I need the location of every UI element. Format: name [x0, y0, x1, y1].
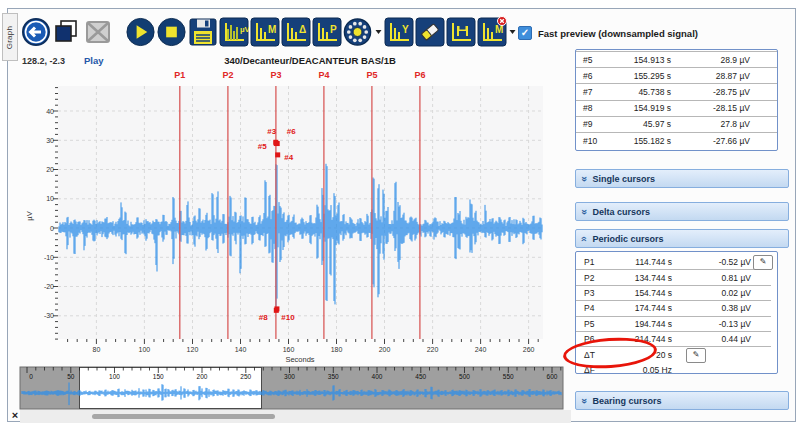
toolbar-dropdown-caret[interactable]	[507, 14, 517, 50]
waveform-chart[interactable]: 80100120140160180200220240260-30-20-1001…	[18, 61, 566, 413]
cursor-label: P1	[584, 257, 610, 267]
delta-cursor-tool-button[interactable]: Δ	[280, 14, 311, 50]
periodic-cursor-row[interactable]: P1 114.744 s -0.52 µV✎	[576, 255, 771, 270]
section-periodic-cursors[interactable]: » Periodic cursors	[575, 229, 789, 248]
x-tick-label: 220	[427, 346, 439, 353]
delta-t-row: ΔT 20 s ✎	[576, 348, 777, 362]
section-delta-cursors[interactable]: » Delta cursors	[575, 202, 789, 221]
x-tick-label: 100	[139, 346, 151, 353]
marker-time: 155.295 s	[611, 71, 671, 81]
marker-time: 154.919 s	[611, 103, 671, 113]
chevron-down-icon: »	[579, 398, 589, 404]
overview-tick-label: 550	[503, 373, 514, 380]
cursor-label: P5	[366, 70, 377, 80]
cursor-label: P6	[584, 334, 610, 344]
marker-table-row[interactable]: #9 45.97 s 27.8 µV	[576, 116, 777, 132]
marker-value: -27.66 µV	[671, 136, 750, 146]
overview-tick-label: 50	[67, 373, 75, 380]
marker-point[interactable]	[274, 141, 279, 146]
periodic-cursor-row[interactable]: P4 174.744 s 0.38 µV	[576, 301, 771, 316]
marker-label: #3	[267, 127, 276, 136]
y-tick-label: 10	[46, 195, 54, 202]
x-tick-label: 120	[187, 346, 199, 353]
fast-preview-checkbox[interactable]: ✓ Fast preview (downsampled signal)	[518, 26, 698, 40]
unit-spectrum-button[interactable]: µV	[218, 14, 249, 50]
delta-t-label: ΔT	[584, 350, 610, 360]
save-button[interactable]	[187, 14, 218, 50]
cursor-label: P4	[318, 70, 329, 80]
fast-preview-label: Fast preview (downsampled signal)	[538, 28, 698, 39]
marker-point[interactable]	[274, 306, 279, 311]
marker-id: #6	[583, 71, 611, 81]
marker-label: #8	[259, 313, 268, 322]
cursor-time: 154.744 s	[610, 288, 672, 298]
marker-table-row[interactable]: #5 154.913 s 28.9 µV	[576, 51, 777, 67]
section-delta-label: Delta cursors	[593, 207, 651, 217]
cursor-label: P2	[584, 273, 610, 283]
bearing-dropdown-caret[interactable]	[373, 14, 383, 50]
x-tick-label: 180	[331, 346, 343, 353]
marker-time: 155.182 s	[611, 136, 671, 146]
cursor-time: 134.744 s	[610, 273, 672, 283]
back-button[interactable]	[20, 14, 51, 50]
stop-button[interactable]	[156, 14, 187, 50]
horizontal-scrollbar[interactable]	[20, 410, 571, 423]
eraser-button[interactable]	[414, 14, 445, 50]
overview-visible-window[interactable]	[80, 368, 262, 409]
axis-scale-button[interactable]: Y	[383, 14, 414, 50]
marker-table-row[interactable]: #6 155.295 s 28.87 µV	[576, 67, 777, 83]
single-cursor-tool-button[interactable]: M	[249, 14, 280, 50]
y-tick-label: 40	[46, 108, 54, 115]
delta-f-value: 0.05 Hz	[610, 365, 672, 375]
periodic-cursor-tool-button[interactable]: P	[311, 14, 342, 50]
delta-f-label: ΔF	[584, 365, 610, 375]
tab-graph-label: Graph	[6, 25, 15, 49]
overview-tick-label: 500	[459, 373, 470, 380]
svg-text:M: M	[268, 24, 276, 35]
play-button[interactable]	[125, 14, 156, 50]
cursor-panel: #5 154.913 s 28.9 µV#6 155.295 s 28.87 µ…	[568, 47, 795, 419]
duplicate-view-button[interactable]	[51, 14, 82, 50]
delta-t-value: 20 s	[610, 350, 672, 360]
bearing-cursor-tool-button[interactable]	[342, 14, 373, 50]
cursor-label: P6	[414, 70, 425, 80]
y-tick-label: 30	[46, 137, 54, 144]
cursor-label: P3	[270, 70, 281, 80]
periodic-cursor-row[interactable]: P3 154.744 s 0.02 µV	[576, 286, 771, 301]
section-bearing-cursors[interactable]: » Bearing cursors	[575, 391, 789, 410]
marker-table-row[interactable]: #10 155.182 s -27.66 µV	[576, 132, 777, 148]
tab-graph[interactable]: Graph	[2, 13, 18, 61]
cursor-label: P4	[584, 303, 610, 313]
cursor-time: 174.744 s	[610, 303, 672, 313]
horizontal-scrollbar-thumb[interactable]	[92, 414, 275, 419]
checkbox-check-icon[interactable]: ✓	[518, 26, 532, 40]
periodic-cursor-row[interactable]: P5 194.744 s -0.13 µV	[576, 317, 771, 332]
section-single-cursors[interactable]: » Single cursors	[575, 169, 789, 188]
marker-point[interactable]	[275, 152, 280, 157]
y-tick-label: -20	[44, 283, 54, 290]
marker-table-row[interactable]: #7 45.738 s -28.75 µV	[576, 83, 777, 99]
section-periodic-label: Periodic cursors	[593, 234, 664, 244]
periodic-cursor-row[interactable]: P2 134.744 s 0.81 µV	[576, 270, 771, 285]
x-tick-label: 200	[379, 346, 391, 353]
overview-tick-label: 200	[197, 373, 208, 380]
marker-time: 154.913 s	[611, 55, 671, 65]
edit-delta-t-button[interactable]: ✎	[686, 348, 706, 363]
overview-tick-label: 300	[284, 373, 295, 380]
edit-cursor-button[interactable]: ✎	[753, 255, 773, 270]
save-graph-button[interactable]	[445, 14, 476, 50]
svg-text:P: P	[330, 24, 337, 35]
periodic-cursor-row[interactable]: P6 214.744 s 0.44 µV	[576, 332, 771, 347]
y-tick-label: 20	[46, 166, 54, 173]
remove-markers-button[interactable]: M	[476, 14, 507, 50]
svg-text:Δ: Δ	[299, 24, 306, 35]
marker-table-row[interactable]: #8 154.919 s -28.15 µV	[576, 100, 777, 116]
marker-value: -28.15 µV	[671, 103, 750, 113]
marker-id: #7	[583, 87, 611, 97]
marker-value: 28.9 µV	[671, 55, 750, 65]
marker-value-table: #5 154.913 s 28.9 µV#6 155.295 s 28.87 µ…	[575, 49, 778, 151]
marker-value: -28.75 µV	[671, 87, 750, 97]
cursor-label: P3	[584, 288, 610, 298]
marker-value: 27.8 µV	[671, 119, 750, 129]
overview-tick-label: 150	[153, 373, 164, 380]
